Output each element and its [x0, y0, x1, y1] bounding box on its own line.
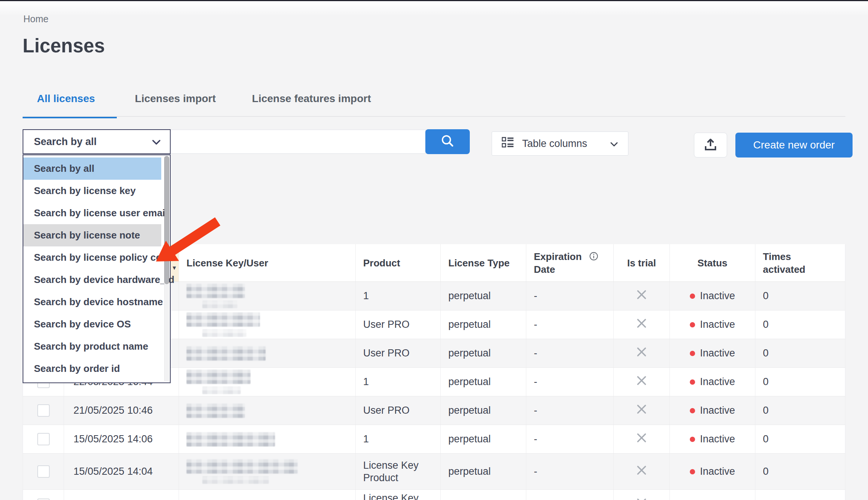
dropdown-option-label: Search by license note: [34, 229, 140, 241]
dropdown-option[interactable]: Search by all: [23, 157, 161, 180]
product-cell: User PRO: [356, 310, 441, 339]
created-date-cell: 15/05/2025 14:06: [64, 425, 179, 454]
header-expiration-label: Expiration Date: [534, 250, 582, 276]
not-trial-x-icon: [636, 465, 647, 479]
search-filter-options: Search by all Search by license key Sear…: [23, 155, 161, 380]
header-product[interactable]: Product: [356, 244, 441, 281]
dropdown-option-label: Search by product name: [34, 341, 148, 352]
not-trial-x-icon: [636, 404, 647, 417]
license-key-cell: [179, 282, 356, 310]
expiration-cell: -: [526, 490, 614, 500]
redwrap: [186, 404, 245, 418]
license-type-cell: perpetual: [441, 339, 526, 368]
breadcrumb-home[interactable]: Home: [23, 14, 49, 24]
is-trial-cell: [614, 396, 670, 425]
table-row[interactable]: 15/05/2025 14:06 1 perpetual - Inactive …: [23, 425, 845, 454]
redacted-license-subtext: [202, 476, 269, 484]
dropdown-option[interactable]: Search by device hostname: [23, 291, 161, 313]
dropdown-option-label: Search by device hardware_id: [34, 274, 174, 286]
tab-all-licenses[interactable]: All licenses: [23, 93, 117, 118]
status-cell: Inactive: [670, 454, 755, 490]
redacted-license-key: [186, 404, 245, 418]
expiration-cell: -: [526, 454, 614, 490]
redacted-license-key: [186, 346, 266, 361]
status-label: Inactive: [700, 290, 735, 302]
header-license-type[interactable]: License Type: [441, 244, 526, 281]
product-cell: User PRO: [356, 396, 441, 425]
not-trial-x-icon: [636, 289, 647, 303]
dropdown-option[interactable]: Search by device hardware_id: [23, 269, 161, 291]
dropdown-option-label: Search by device OS: [34, 318, 131, 330]
status-dot-icon: [690, 379, 695, 385]
status-cell: Inactive: [670, 396, 755, 425]
search-filter-select[interactable]: Search by all: [23, 129, 171, 154]
redacted-license-subtext: [202, 301, 237, 308]
license-type-cell: perpetual: [441, 310, 526, 339]
dropdown-option[interactable]: Search by product name: [23, 335, 161, 358]
search-input[interactable]: [171, 130, 426, 154]
table-row[interactable]: License Key Product perpetual - Inactive…: [23, 490, 845, 500]
search-icon: [440, 134, 455, 150]
create-new-order-button[interactable]: Create new order: [735, 133, 853, 157]
upload-icon: [704, 138, 717, 153]
info-icon[interactable]: [589, 251, 598, 264]
product-cell: 1: [356, 282, 441, 310]
dropdown-option[interactable]: Search by order id: [23, 358, 161, 380]
status-cell: Inactive: [670, 339, 755, 368]
product-cell: 1: [356, 368, 441, 396]
status-dot-icon: [690, 294, 695, 299]
table-row[interactable]: 15/05/2025 14:04 License Key Product per…: [23, 454, 845, 490]
row-checkbox[interactable]: [37, 465, 50, 478]
tab-label: All licenses: [37, 93, 95, 104]
row-checkbox[interactable]: [37, 498, 50, 500]
tab-licenses-import[interactable]: Licenses import: [117, 93, 234, 118]
header-is-trial[interactable]: Is trial: [614, 244, 670, 281]
dropdown-option-label: Search by device hostname: [34, 296, 163, 308]
search-button[interactable]: [425, 129, 470, 154]
status-dot-icon: [690, 469, 695, 474]
times-activated-cell: 0: [755, 490, 845, 500]
is-trial-cell: [614, 425, 670, 454]
export-button[interactable]: [694, 133, 727, 157]
status-cell: Inactive: [670, 425, 755, 454]
dropdown-option[interactable]: Search by device OS: [23, 313, 161, 335]
redwrap: [186, 312, 260, 337]
tab-license-features-import[interactable]: License features import: [234, 93, 389, 118]
tabs-divider: [23, 116, 845, 117]
header-expiration-date[interactable]: Expiration Date: [526, 244, 614, 281]
dropdown-scrollbar-thumb[interactable]: [164, 156, 169, 284]
header-status[interactable]: Status: [670, 244, 755, 281]
row-checkbox[interactable]: [37, 404, 50, 417]
times-activated-cell: 0: [755, 339, 845, 368]
dropdown-option[interactable]: Search by license user email: [23, 202, 161, 224]
status-cell: Inactive: [670, 310, 755, 339]
license-type-cell: perpetual: [441, 368, 526, 396]
page-top-gradient: [0, 1, 868, 16]
dropdown-option[interactable]: Search by license note: [23, 224, 161, 246]
created-date-cell: 15/05/2025 14:04: [64, 454, 179, 490]
times-activated-cell: 0: [755, 454, 845, 490]
dropdown-option[interactable]: Search by license policy code: [23, 246, 161, 269]
license-key-cell: [179, 396, 356, 425]
row-checkbox-cell: [23, 425, 64, 454]
tabs: All licenses Licenses import License fea…: [23, 93, 389, 118]
expiration-cell: -: [526, 396, 614, 425]
header-license-key-user[interactable]: License Key/User: [179, 244, 356, 281]
table-columns-icon: [502, 137, 514, 151]
times-activated-cell: 0: [755, 396, 845, 425]
header-times-activated[interactable]: Times activated: [755, 244, 845, 281]
dropdown-option[interactable]: Search by license key: [23, 180, 161, 202]
row-checkbox-cell: [23, 396, 64, 425]
not-trial-x-icon: [636, 433, 647, 446]
is-trial-cell: [614, 454, 670, 490]
license-key-cell: [179, 454, 356, 490]
table-columns-button[interactable]: Table columns: [492, 131, 628, 156]
is-trial-cell: [614, 282, 670, 310]
product-cell: 1: [356, 425, 441, 454]
row-checkbox[interactable]: [37, 433, 50, 445]
times-activated-cell: 0: [755, 282, 845, 310]
expiration-cell: -: [526, 282, 614, 310]
table-row[interactable]: 21/05/2025 10:46 User PRO perpetual - In…: [23, 396, 845, 425]
expiration-cell: -: [526, 368, 614, 396]
status-cell: Inactive: [670, 282, 755, 310]
